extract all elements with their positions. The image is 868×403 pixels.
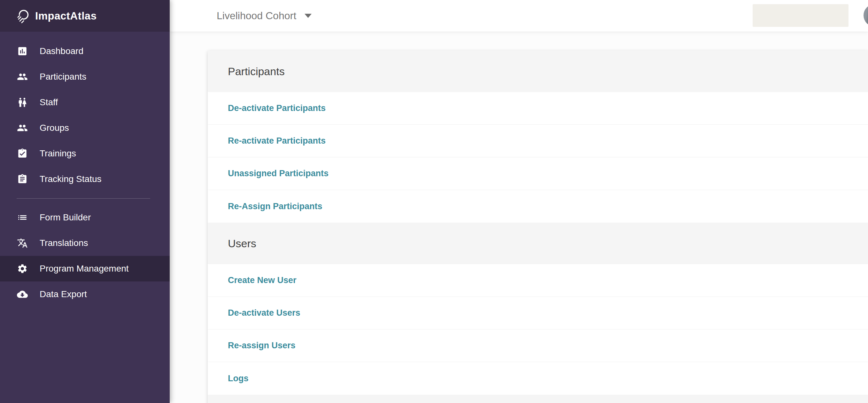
cloud-download-icon	[17, 288, 28, 300]
gear-icon	[17, 263, 28, 275]
list-item: Unassigned Participants	[208, 157, 868, 190]
sidebar-nav: Dashboard Participants Staff Groups Trai…	[0, 32, 170, 307]
sidebar-item-dashboard[interactable]: Dashboard	[0, 38, 170, 64]
cohort-select[interactable]: Livelihood Cohort	[217, 0, 312, 32]
list-item: De-activate Participants	[208, 92, 868, 125]
clipboard-check-icon	[17, 148, 28, 159]
sidebar-item-data-export[interactable]: Data Export	[0, 282, 170, 307]
list-icon	[17, 212, 28, 223]
link-reassign-users[interactable]: Re-assign Users	[228, 341, 296, 350]
sidebar-item-label: Tracking Status	[40, 174, 101, 184]
main-content: Participants De-activate Participants Re…	[170, 32, 868, 403]
section-title: Users	[228, 237, 256, 250]
cohort-select-value: Livelihood Cohort	[217, 10, 296, 22]
user-avatar[interactable]	[864, 4, 868, 27]
topbar-input-box[interactable]	[753, 4, 848, 27]
sidebar-divider	[17, 198, 150, 199]
section-header-participants: Participants	[208, 51, 868, 92]
sidebar-item-label: Trainings	[40, 148, 76, 159]
section-header-partial	[208, 395, 868, 403]
management-card: Participants De-activate Participants Re…	[208, 51, 868, 403]
sidebar-item-program-management[interactable]: Program Management	[0, 256, 170, 282]
brand: ImpactAtlas	[0, 0, 170, 32]
sidebar-item-groups[interactable]: Groups	[0, 115, 170, 141]
sidebar-item-label: Data Export	[40, 289, 87, 299]
section-title: Participants	[228, 65, 285, 78]
translate-icon	[17, 237, 28, 249]
sidebar-item-label: Staff	[40, 97, 58, 108]
sidebar-item-form-builder[interactable]: Form Builder	[0, 205, 170, 230]
sidebar-item-label: Form Builder	[40, 212, 91, 223]
list-item: De-activate Users	[208, 297, 868, 329]
list-item: Logs	[208, 362, 868, 395]
sidebar-item-label: Participants	[40, 71, 86, 82]
chevron-down-icon	[305, 14, 312, 18]
sidebar-item-label: Dashboard	[40, 46, 84, 56]
section-links-participants: De-activate Participants Re-activate Par…	[208, 92, 868, 223]
link-logs[interactable]: Logs	[228, 374, 249, 383]
clipboard-list-icon	[17, 173, 28, 185]
sidebar-item-label: Translations	[40, 238, 88, 248]
link-reactivate-participants[interactable]: Re-activate Participants	[228, 136, 326, 146]
bar-chart-icon	[17, 46, 28, 57]
sidebar-item-participants[interactable]: Participants	[0, 64, 170, 90]
link-create-new-user[interactable]: Create New User	[228, 276, 297, 285]
link-reassign-participants[interactable]: Re-Assign Participants	[228, 202, 322, 211]
list-item: Re-Assign Participants	[208, 190, 868, 223]
list-item: Create New User	[208, 264, 868, 297]
people-icon	[17, 71, 28, 83]
list-item: Re-assign Users	[208, 329, 868, 362]
topbar: Livelihood Cohort	[170, 0, 868, 32]
section-links-users: Create New User De-activate Users Re-ass…	[208, 264, 868, 395]
sidebar-item-trainings[interactable]: Trainings	[0, 141, 170, 166]
sidebar-item-label: Program Management	[40, 263, 129, 274]
sidebar-item-label: Groups	[40, 123, 69, 133]
people-icon	[17, 122, 28, 134]
brand-name: ImpactAtlas	[35, 10, 97, 22]
link-deactivate-users[interactable]: De-activate Users	[228, 308, 301, 318]
staff-figures-icon	[17, 96, 28, 108]
sidebar-item-translations[interactable]: Translations	[0, 230, 170, 256]
sidebar-item-tracking-status[interactable]: Tracking Status	[0, 166, 170, 192]
brand-logo-icon	[16, 9, 30, 23]
link-deactivate-participants[interactable]: De-activate Participants	[228, 103, 326, 113]
link-unassigned-participants[interactable]: Unassigned Participants	[228, 169, 329, 178]
list-item: Re-activate Participants	[208, 125, 868, 157]
sidebar: ImpactAtlas Dashboard Participants Staff…	[0, 0, 170, 403]
sidebar-item-staff[interactable]: Staff	[0, 90, 170, 115]
section-header-users: Users	[208, 223, 868, 264]
